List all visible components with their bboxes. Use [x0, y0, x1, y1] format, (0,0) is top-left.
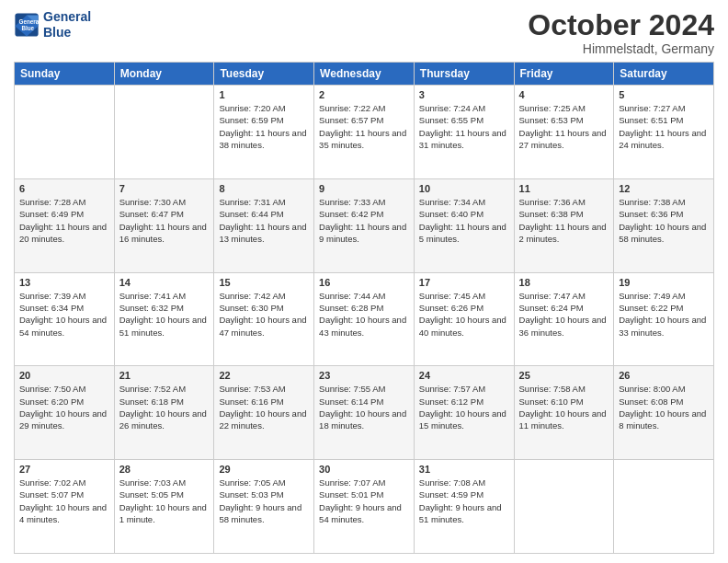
logo-text-line2: Blue	[43, 25, 91, 40]
day-number: 21	[119, 370, 210, 381]
day-info: Sunrise: 7:58 AMSunset: 6:10 PMDaylight:…	[519, 383, 609, 431]
table-row: 11Sunrise: 7:36 AMSunset: 6:38 PMDayligh…	[514, 178, 614, 272]
table-row: 17Sunrise: 7:45 AMSunset: 6:26 PMDayligh…	[414, 272, 514, 366]
day-number: 18	[519, 277, 609, 288]
day-info: Sunrise: 7:52 AMSunset: 6:18 PMDaylight:…	[119, 383, 210, 431]
svg-text:General: General	[19, 17, 40, 24]
table-row: 4Sunrise: 7:25 AMSunset: 6:53 PMDaylight…	[514, 86, 614, 179]
day-number: 17	[419, 277, 509, 288]
table-row: 3Sunrise: 7:24 AMSunset: 6:55 PMDaylight…	[414, 86, 514, 179]
day-info: Sunrise: 7:39 AMSunset: 6:34 PMDaylight:…	[19, 290, 109, 339]
table-row: 22Sunrise: 7:53 AMSunset: 6:16 PMDayligh…	[214, 366, 314, 460]
day-info: Sunrise: 7:55 AMSunset: 6:14 PMDaylight:…	[319, 383, 409, 431]
day-number: 12	[619, 183, 709, 194]
table-row: 12Sunrise: 7:38 AMSunset: 6:36 PMDayligh…	[614, 178, 714, 272]
table-row: 27Sunrise: 7:02 AMSunset: 5:07 PMDayligh…	[15, 460, 115, 554]
day-number: 8	[219, 183, 309, 194]
col-sunday: Sunday	[15, 63, 115, 86]
day-number: 25	[519, 370, 609, 381]
table-row: 8Sunrise: 7:31 AMSunset: 6:44 PMDaylight…	[214, 178, 314, 272]
day-info: Sunrise: 7:50 AMSunset: 6:20 PMDaylight:…	[19, 383, 109, 431]
header: General Blue General Blue October 2024 H…	[14, 9, 714, 56]
day-number: 13	[19, 277, 109, 288]
table-row: 26Sunrise: 8:00 AMSunset: 6:08 PMDayligh…	[614, 366, 714, 460]
day-info: Sunrise: 7:41 AMSunset: 6:32 PMDaylight:…	[119, 290, 210, 339]
day-info: Sunrise: 7:30 AMSunset: 6:47 PMDaylight:…	[119, 196, 210, 245]
table-row: 1Sunrise: 7:20 AMSunset: 6:59 PMDaylight…	[214, 86, 314, 179]
day-number: 24	[419, 370, 509, 381]
day-info: Sunrise: 7:31 AMSunset: 6:44 PMDaylight:…	[219, 196, 309, 245]
day-number: 9	[319, 183, 409, 194]
table-row: 13Sunrise: 7:39 AMSunset: 6:34 PMDayligh…	[15, 272, 115, 366]
day-number: 1	[219, 89, 309, 100]
day-number: 5	[619, 89, 709, 100]
header-row: Sunday Monday Tuesday Wednesday Thursday…	[15, 63, 714, 86]
table-row: 5Sunrise: 7:27 AMSunset: 6:51 PMDaylight…	[614, 86, 714, 179]
logo: General Blue General Blue	[14, 9, 91, 40]
location: Himmelstadt, Germany	[528, 41, 714, 56]
table-row	[514, 460, 614, 554]
day-info: Sunrise: 7:24 AMSunset: 6:55 PMDaylight:…	[419, 102, 509, 151]
col-thursday: Thursday	[414, 63, 514, 86]
day-info: Sunrise: 7:22 AMSunset: 6:57 PMDaylight:…	[319, 102, 409, 151]
table-row: 21Sunrise: 7:52 AMSunset: 6:18 PMDayligh…	[114, 366, 214, 460]
day-info: Sunrise: 7:36 AMSunset: 6:38 PMDaylight:…	[519, 196, 609, 245]
table-row: 7Sunrise: 7:30 AMSunset: 6:47 PMDaylight…	[114, 178, 214, 272]
calendar-table: Sunday Monday Tuesday Wednesday Thursday…	[14, 62, 714, 554]
table-row: 14Sunrise: 7:41 AMSunset: 6:32 PMDayligh…	[114, 272, 214, 366]
day-number: 27	[19, 464, 109, 475]
table-row: 2Sunrise: 7:22 AMSunset: 6:57 PMDaylight…	[314, 86, 415, 179]
table-row: 16Sunrise: 7:44 AMSunset: 6:28 PMDayligh…	[314, 272, 415, 366]
table-row: 30Sunrise: 7:07 AMSunset: 5:01 PMDayligh…	[314, 460, 415, 554]
day-info: Sunrise: 7:44 AMSunset: 6:28 PMDaylight:…	[319, 290, 409, 339]
table-row: 10Sunrise: 7:34 AMSunset: 6:40 PMDayligh…	[414, 178, 514, 272]
table-row: 28Sunrise: 7:03 AMSunset: 5:05 PMDayligh…	[114, 460, 214, 554]
table-row: 31Sunrise: 7:08 AMSunset: 4:59 PMDayligh…	[414, 460, 514, 554]
month-title: October 2024	[528, 9, 714, 41]
day-info: Sunrise: 7:08 AMSunset: 4:59 PMDaylight:…	[419, 477, 509, 525]
col-saturday: Saturday	[614, 63, 714, 86]
day-info: Sunrise: 7:38 AMSunset: 6:36 PMDaylight:…	[619, 196, 709, 245]
day-info: Sunrise: 7:03 AMSunset: 5:05 PMDaylight:…	[119, 477, 210, 525]
logo-text-line1: General	[43, 9, 91, 25]
day-number: 16	[319, 277, 409, 288]
table-row: 23Sunrise: 7:55 AMSunset: 6:14 PMDayligh…	[314, 366, 415, 460]
table-row: 9Sunrise: 7:33 AMSunset: 6:42 PMDaylight…	[314, 178, 415, 272]
calendar-page: General Blue General Blue October 2024 H…	[0, 0, 728, 563]
table-row: 6Sunrise: 7:28 AMSunset: 6:49 PMDaylight…	[15, 178, 115, 272]
table-row: 18Sunrise: 7:47 AMSunset: 6:24 PMDayligh…	[514, 272, 614, 366]
day-info: Sunrise: 7:57 AMSunset: 6:12 PMDaylight:…	[419, 383, 509, 431]
day-number: 22	[219, 370, 309, 381]
day-info: Sunrise: 7:34 AMSunset: 6:40 PMDaylight:…	[419, 196, 509, 245]
day-number: 11	[519, 183, 609, 194]
day-number: 2	[319, 89, 409, 100]
day-info: Sunrise: 7:27 AMSunset: 6:51 PMDaylight:…	[619, 102, 709, 151]
day-info: Sunrise: 7:42 AMSunset: 6:30 PMDaylight:…	[219, 290, 309, 339]
logo-icon: General Blue	[14, 12, 40, 38]
day-number: 15	[219, 277, 309, 288]
day-info: Sunrise: 7:02 AMSunset: 5:07 PMDaylight:…	[19, 477, 109, 525]
col-tuesday: Tuesday	[214, 63, 314, 86]
table-row: 24Sunrise: 7:57 AMSunset: 6:12 PMDayligh…	[414, 366, 514, 460]
day-number: 31	[419, 464, 509, 475]
table-row: 15Sunrise: 7:42 AMSunset: 6:30 PMDayligh…	[214, 272, 314, 366]
day-number: 29	[219, 464, 309, 475]
col-wednesday: Wednesday	[314, 63, 415, 86]
table-row	[614, 460, 714, 554]
day-number: 10	[419, 183, 509, 194]
table-row: 19Sunrise: 7:49 AMSunset: 6:22 PMDayligh…	[614, 272, 714, 366]
day-number: 3	[419, 89, 509, 100]
day-info: Sunrise: 8:00 AMSunset: 6:08 PMDaylight:…	[619, 383, 709, 431]
day-number: 7	[119, 183, 210, 194]
day-info: Sunrise: 7:33 AMSunset: 6:42 PMDaylight:…	[319, 196, 409, 245]
day-number: 19	[619, 277, 709, 288]
day-number: 20	[19, 370, 109, 381]
svg-text:Blue: Blue	[21, 24, 34, 30]
day-number: 6	[19, 183, 109, 194]
table-row	[114, 86, 214, 179]
day-number: 26	[619, 370, 709, 381]
table-row: 25Sunrise: 7:58 AMSunset: 6:10 PMDayligh…	[514, 366, 614, 460]
day-info: Sunrise: 7:20 AMSunset: 6:59 PMDaylight:…	[219, 102, 309, 151]
table-row: 29Sunrise: 7:05 AMSunset: 5:03 PMDayligh…	[214, 460, 314, 554]
day-info: Sunrise: 7:05 AMSunset: 5:03 PMDaylight:…	[219, 477, 309, 525]
